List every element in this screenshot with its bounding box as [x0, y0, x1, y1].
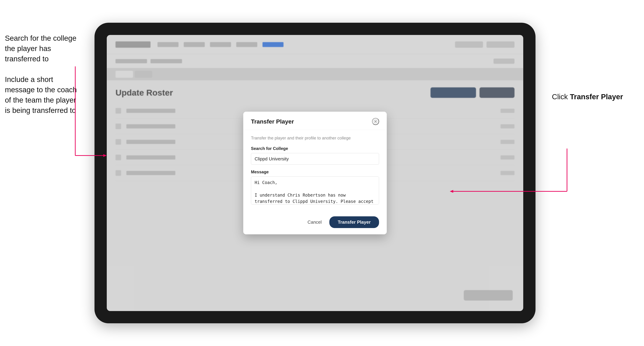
annotation-right: Click Transfer Player [552, 93, 623, 101]
transfer-player-modal: Transfer Player × Transfer the player an… [243, 112, 387, 234]
message-textarea[interactable]: Hi Coach, I understand Chris Robertson h… [251, 176, 379, 204]
modal-title: Transfer Player [251, 118, 294, 125]
modal-close-button[interactable]: × [372, 118, 379, 125]
annotation-text-1: Search for the college the player has tr… [5, 33, 80, 64]
message-field: Message Hi Coach, I understand Chris Rob… [251, 170, 379, 206]
search-label: Search for College [251, 146, 379, 151]
ipad-frame: Update Roster [94, 23, 536, 323]
message-label: Message [251, 170, 379, 174]
annotation-prefix: Click [552, 93, 570, 101]
annotation-left: Search for the college the player has tr… [5, 33, 80, 126]
cancel-button[interactable]: Cancel [304, 217, 325, 227]
annotation-text-2: Include a short message to the coach of … [5, 74, 80, 116]
ipad-screen: Update Roster [107, 35, 523, 311]
search-college-input[interactable] [251, 153, 379, 165]
transfer-player-button[interactable]: Transfer Player [329, 216, 379, 228]
modal-body: Transfer the player and their profile to… [243, 130, 387, 212]
modal-header: Transfer Player × [243, 112, 387, 130]
search-for-college-field: Search for College [251, 146, 379, 170]
annotation-bold: Transfer Player [570, 93, 623, 101]
modal-footer: Cancel Transfer Player [243, 212, 387, 234]
annotation-right-text: Click Transfer Player [552, 93, 623, 101]
modal-description: Transfer the player and their profile to… [251, 136, 379, 141]
modal-overlay: Transfer Player × Transfer the player an… [107, 35, 523, 311]
